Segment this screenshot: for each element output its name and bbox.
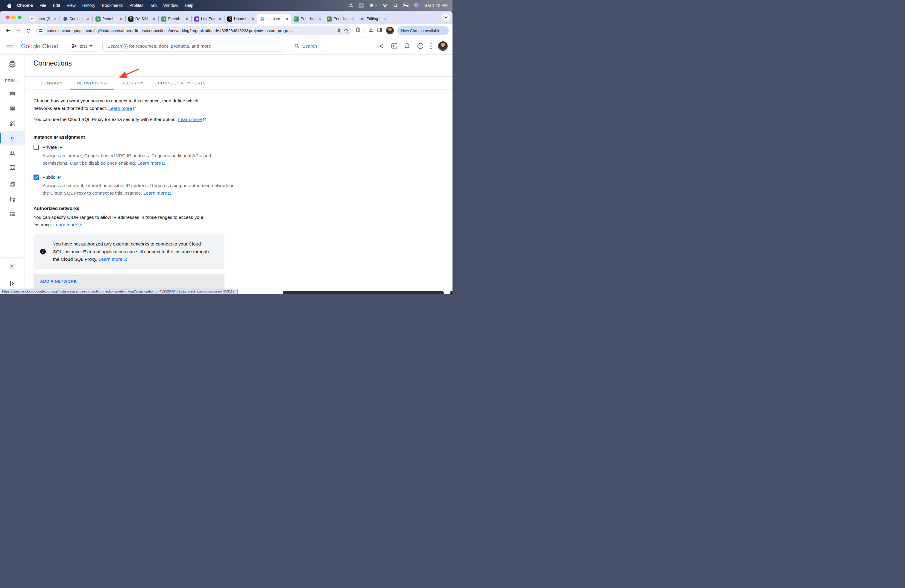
zoom-page-icon[interactable]: [337, 28, 341, 33]
search-icon[interactable]: [393, 3, 398, 8]
cloudsql-favicon: [260, 16, 265, 22]
tab-security[interactable]: SECURITY: [114, 77, 151, 89]
tab-sai-peerdb[interactable]: sai-peer×: [257, 14, 291, 24]
tab-peerdb-4[interactable]: Peerdb (×: [324, 14, 357, 24]
tab-log-explorer[interactable]: Log Exp×: [192, 14, 224, 24]
tab-summary[interactable]: SUMMARY: [33, 77, 70, 89]
tab-home-x[interactable]: XHome /×: [224, 14, 257, 24]
learn-more-link[interactable]: Learn more: [143, 191, 171, 195]
sidebar-item-overview[interactable]: [0, 87, 25, 102]
bottom-dark-bar[interactable]: [283, 291, 444, 294]
new-tab-button[interactable]: +: [390, 15, 400, 23]
external-link-icon: [162, 162, 165, 165]
sidebar-item-backups[interactable]: [0, 178, 25, 192]
tab-close-icon[interactable]: ×: [53, 16, 58, 21]
public-ip-checkbox[interactable]: [33, 175, 39, 180]
blocks-icon[interactable]: [349, 3, 353, 8]
menu-window[interactable]: Window: [160, 3, 182, 8]
add-network-button[interactable]: ADD A NETWORK: [33, 273, 224, 289]
download-icon[interactable]: [368, 27, 373, 34]
tab-connectivity-tests[interactable]: CONNECTIVITY TESTS: [151, 77, 213, 89]
back-button[interactable]: [3, 26, 13, 35]
apple-icon[interactable]: [5, 3, 14, 8]
forward-button[interactable]: [14, 26, 23, 35]
help-icon[interactable]: ?: [417, 43, 424, 49]
tab-close-icon[interactable]: ×: [152, 16, 157, 21]
menu-help[interactable]: Help: [181, 3, 197, 8]
close-window-button[interactable]: [6, 16, 10, 19]
navigation-menu-icon[interactable]: [5, 43, 14, 50]
sidebar-item-system-insights[interactable]: [0, 102, 25, 116]
tab-editing[interactable]: Editing "×: [357, 14, 390, 24]
private-ip-checkbox[interactable]: [33, 145, 39, 150]
chrome-update-button[interactable]: New Chrome available ⋮: [397, 26, 449, 35]
menu-edit[interactable]: Edit: [49, 3, 63, 8]
cloud-shell-icon[interactable]: [391, 43, 398, 49]
omnibox[interactable]: console.cloud.google.com/sql/instances/s…: [36, 26, 352, 35]
menu-file[interactable]: File: [36, 3, 50, 8]
sidebar-release-notes[interactable]: [0, 258, 25, 274]
project-selector[interactable]: test: [68, 40, 96, 52]
tab-conference[interactable]: Conferen×: [60, 14, 92, 24]
tab-close-icon[interactable]: ×: [251, 16, 255, 21]
app-icon[interactable]: [359, 3, 364, 8]
wifi-icon[interactable]: [383, 3, 387, 8]
learn-more-link[interactable]: Learn more: [53, 222, 81, 227]
siri-icon[interactable]: [414, 3, 419, 8]
site-settings-icon[interactable]: [37, 27, 44, 34]
sidebar-item-operations[interactable]: [0, 207, 25, 222]
control-center-icon[interactable]: [403, 3, 408, 7]
google-cloud-logo[interactable]: Google Cloud: [21, 43, 59, 50]
tab-close-icon[interactable]: ×: [383, 16, 388, 21]
menu-profiles[interactable]: Profiles: [126, 3, 147, 8]
learn-more-link[interactable]: Learn more: [137, 161, 165, 165]
tab-close-icon[interactable]: ×: [218, 16, 222, 21]
tab-inbox[interactable]: Inbox (5×: [27, 14, 60, 24]
tab-close-icon[interactable]: ×: [284, 16, 289, 21]
reload-button[interactable]: [24, 26, 33, 35]
zoom-window-button[interactable]: [18, 16, 22, 19]
tab-networking[interactable]: NETWORKING: [70, 77, 114, 89]
gcp-search-box[interactable]: [102, 40, 284, 52]
bookmark-star-icon[interactable]: [344, 28, 349, 33]
sidebar-item-query-insights[interactable]: [0, 116, 25, 131]
tab-peerdb-1[interactable]: Peerdb×: [93, 14, 125, 24]
gcp-search-input[interactable]: [107, 43, 280, 49]
project-caret-icon: [89, 45, 92, 47]
learn-more-link[interactable]: Learn more: [108, 106, 137, 111]
sidebar-item-users[interactable]: [0, 146, 25, 160]
sidebar-item-replicas[interactable]: [0, 192, 25, 207]
gcp-account-avatar[interactable]: [438, 41, 448, 51]
minimize-window-button[interactable]: [12, 16, 16, 19]
menu-bookmarks[interactable]: Bookmarks: [98, 3, 126, 8]
sidebar-item-databases[interactable]: [0, 160, 25, 175]
tab-close-icon[interactable]: ×: [86, 16, 90, 21]
gcp-search-button[interactable]: Search: [289, 40, 322, 52]
menu-chrome[interactable]: Chrome: [14, 3, 36, 8]
tab-close-icon[interactable]: ×: [119, 16, 124, 21]
menu-tab[interactable]: Tab: [147, 3, 160, 8]
sidebar-item-connections[interactable]: [0, 131, 25, 146]
notifications-bell-icon[interactable]: [404, 43, 411, 49]
browser-profile-avatar[interactable]: [386, 27, 394, 35]
url-text[interactable]: console.cloud.google.com/sql/instances/s…: [47, 29, 334, 33]
tab-dais24[interactable]: DAISDAIS24×: [126, 14, 158, 24]
learn-more-link[interactable]: Learn more: [178, 117, 206, 122]
tab-title: Peerdb: [168, 17, 183, 21]
extensions-icon[interactable]: [355, 27, 360, 34]
tab-search-chevron[interactable]: [442, 13, 450, 21]
tab-peerdb-2[interactable]: Peerdb×: [159, 14, 191, 24]
browser-menu-icon[interactable]: ⋮: [441, 29, 447, 32]
tab-close-icon[interactable]: ×: [317, 16, 322, 21]
learn-more-link[interactable]: Learn more: [99, 257, 127, 262]
tab-close-icon[interactable]: ×: [185, 16, 189, 21]
menubar-clock[interactable]: Sat 1:22 PM: [425, 3, 448, 8]
menu-history[interactable]: History: [79, 3, 99, 8]
release-notes-icon[interactable]: [378, 43, 384, 49]
menu-view[interactable]: View: [64, 3, 79, 8]
more-options-icon[interactable]: [430, 43, 432, 49]
tab-peerdb-3[interactable]: Peerdb (×: [291, 14, 324, 24]
battery-icon[interactable]: [370, 3, 377, 7]
side-panel-icon[interactable]: [377, 27, 383, 34]
tab-close-icon[interactable]: ×: [350, 16, 355, 21]
